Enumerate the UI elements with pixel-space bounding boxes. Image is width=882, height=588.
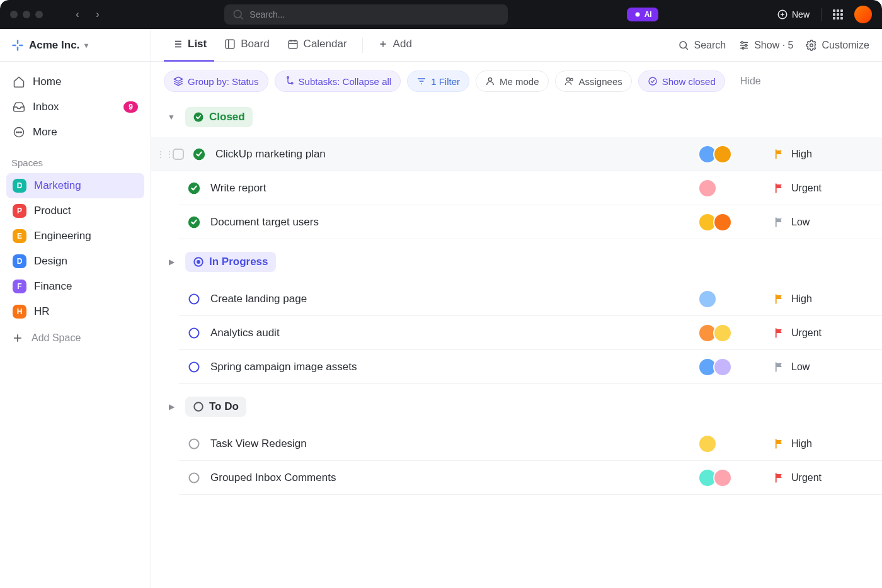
task-row[interactable]: Task View Redesign High: [179, 427, 882, 461]
sidebar-item-label: Inbox: [33, 101, 59, 113]
svg-point-13: [810, 43, 813, 47]
task-priority[interactable]: Urgent: [774, 472, 868, 483]
ai-button[interactable]: AI: [627, 8, 658, 21]
svg-point-10: [742, 42, 743, 43]
add-space-button[interactable]: Add Space: [0, 324, 151, 352]
drag-handle-icon[interactable]: ⋮⋮: [156, 149, 168, 159]
assignee-avatar[interactable]: [713, 358, 732, 376]
svg-point-30: [190, 439, 199, 448]
task-priority[interactable]: High: [774, 149, 868, 160]
show-closed-chip[interactable]: Show closed: [638, 71, 725, 92]
assignee-avatar[interactable]: [713, 213, 732, 232]
svg-point-15: [291, 82, 293, 84]
sidebar-item-inbox[interactable]: Inbox 9: [6, 94, 144, 120]
sidebar-item-home[interactable]: Home: [6, 69, 144, 94]
task-title: Grouped Inbox Comments: [207, 472, 698, 484]
task-row[interactable]: Analytics audit Urgent: [179, 316, 882, 350]
hide-button[interactable]: Hide: [740, 76, 761, 87]
window-controls[interactable]: [10, 11, 43, 18]
svg-point-17: [566, 78, 570, 81]
assignee-avatar[interactable]: [713, 324, 732, 342]
divider: [362, 38, 363, 53]
nav-back-button[interactable]: ‹: [69, 9, 86, 20]
task-priority[interactable]: High: [774, 438, 868, 449]
task-row[interactable]: ⋮⋮ ClickUp marketing plan High: [151, 137, 882, 171]
new-button[interactable]: New: [777, 9, 810, 20]
sidebar-space-product[interactable]: PProduct: [6, 198, 144, 223]
me-mode-chip[interactable]: Me mode: [476, 71, 549, 92]
priority-label: High: [791, 438, 812, 449]
subtasks-chip[interactable]: Subtasks: Collapse all: [275, 71, 401, 92]
assignee-avatar[interactable]: [698, 290, 717, 308]
group-toggle[interactable]: ▶: [165, 400, 178, 413]
more-icon: [13, 126, 25, 139]
plus-icon: [11, 332, 24, 344]
task-group-todo: ▶ To Do Task View Redesign High Grouped …: [151, 390, 882, 501]
task-row[interactable]: Grouped Inbox Comments Urgent: [179, 461, 882, 495]
assignee-avatar[interactable]: [713, 468, 732, 487]
tab-board[interactable]: Board: [217, 29, 277, 62]
task-title: Analytics audit: [207, 327, 698, 339]
svg-rect-8: [289, 41, 297, 48]
sparkle-icon: [633, 10, 642, 19]
task-group-closed: ▼ Closed ⋮⋮ ClickUp marketing plan High …: [151, 101, 882, 246]
sidebar-space-design[interactable]: DDesign: [6, 249, 144, 274]
task-status-icon[interactable]: [188, 438, 200, 450]
sidebar-item-label: Home: [33, 76, 61, 88]
sidebar-space-marketing[interactable]: DMarketing: [6, 173, 144, 198]
task-row[interactable]: Document target users Low: [179, 205, 882, 239]
status-pill[interactable]: In Progress: [185, 252, 276, 272]
apps-grid-icon[interactable]: [833, 9, 843, 20]
task-priority[interactable]: Low: [774, 217, 868, 228]
filter-bar: Group by: Status Subtasks: Collapse all …: [151, 62, 882, 101]
task-status-icon[interactable]: [188, 216, 200, 229]
global-search-input[interactable]: Search...: [224, 4, 508, 25]
task-row[interactable]: Write report Urgent: [179, 171, 882, 205]
task-status-icon[interactable]: [193, 148, 205, 161]
task-status-icon[interactable]: [188, 472, 200, 484]
task-checkbox[interactable]: [173, 149, 184, 160]
nav-forward-button[interactable]: ›: [89, 9, 106, 20]
task-priority[interactable]: Low: [774, 361, 868, 373]
task-row[interactable]: Create landing page High: [179, 282, 882, 316]
task-status-icon[interactable]: [188, 361, 200, 373]
label: Show · 5: [754, 40, 793, 51]
group-toggle[interactable]: ▶: [165, 256, 178, 268]
assignee-avatar[interactable]: [713, 145, 732, 164]
space-label: HR: [34, 305, 50, 318]
group-by-chip[interactable]: Group by: Status: [164, 71, 268, 92]
filter-chip[interactable]: 1 Filter: [407, 71, 469, 92]
task-priority[interactable]: Urgent: [774, 183, 868, 194]
tab-list[interactable]: List: [164, 29, 214, 62]
chip-label: Group by: Status: [188, 76, 259, 87]
sidebar-space-hr[interactable]: HHR: [6, 299, 144, 324]
task-priority[interactable]: High: [774, 293, 868, 305]
assignee-avatar[interactable]: [698, 434, 717, 453]
view-customize-button[interactable]: Customize: [806, 40, 869, 51]
status-pill[interactable]: Closed: [185, 107, 253, 127]
group-toggle[interactable]: ▼: [165, 111, 178, 123]
assignee-avatar[interactable]: [698, 179, 717, 198]
user-avatar[interactable]: [854, 6, 872, 23]
view-search-button[interactable]: Search: [678, 40, 726, 51]
status-label: Closed: [209, 111, 245, 123]
view-show-button[interactable]: Show · 5: [738, 40, 793, 51]
status-pill[interactable]: To Do: [185, 397, 246, 417]
sidebar-space-engineering[interactable]: EEngineering: [6, 223, 144, 249]
tab-calendar[interactable]: Calendar: [280, 29, 355, 62]
assignees-chip[interactable]: Assignees: [555, 71, 632, 92]
task-status-icon[interactable]: [188, 293, 200, 305]
subtask-icon: [284, 76, 294, 86]
sidebar-item-more[interactable]: More: [6, 120, 144, 145]
task-status-icon[interactable]: [188, 182, 200, 195]
svg-point-18: [570, 78, 573, 81]
task-status-icon[interactable]: [188, 327, 200, 339]
home-icon: [13, 76, 25, 88]
task-priority[interactable]: Urgent: [774, 327, 868, 339]
tab-add-view[interactable]: Add: [370, 29, 420, 62]
status-label: To Do: [209, 400, 239, 413]
task-row[interactable]: Spring campaign image assets Low: [179, 350, 882, 384]
sidebar-space-finance[interactable]: FFinance: [6, 274, 144, 299]
workspace-switcher[interactable]: Acme Inc. ▾: [0, 29, 151, 62]
svg-point-11: [745, 44, 747, 46]
